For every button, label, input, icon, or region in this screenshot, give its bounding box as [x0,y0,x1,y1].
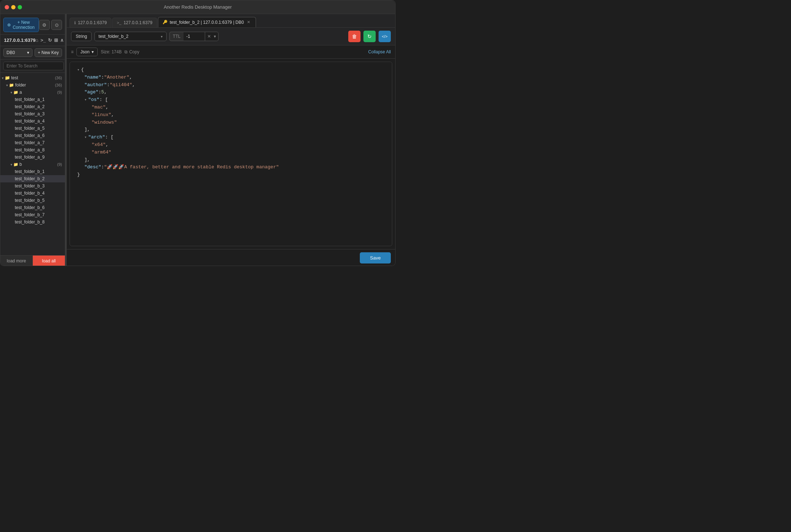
db-selector-row: DB0 ▾ + New Key [0,46,65,59]
search-row: ⌕ ▦ [0,59,65,73]
list-item[interactable]: test_folder_a_9 [0,154,65,161]
ttl-input[interactable] [184,32,205,41]
tree-count-test: (36) [55,76,62,80]
list-item[interactable]: test_folder_b_6 [0,204,65,211]
sidebar-header-icons: ⚙ ⊙ [39,20,62,30]
json-line: ], [77,126,385,134]
tab-key-label: test_folder_b_2 | 127.0.0.1:6379 | DB0 [170,20,244,25]
collapse-icon[interactable]: ▾ [77,67,80,74]
db-selector[interactable]: DB0 ▾ [3,48,32,57]
close-button[interactable] [5,5,9,9]
collapse-icon[interactable]: ∧ [60,37,64,43]
list-item[interactable]: test_folder_a_8 [0,146,65,154]
json-line: "x64" , [77,141,385,149]
tree-item-a[interactable]: ▾ 📁 a (9) [0,89,65,96]
list-item[interactable]: test_folder_b_7 [0,211,65,218]
list-item[interactable]: test_folder_b_8 [0,218,65,226]
history-icon: ⊙ [55,22,59,28]
key-type-button[interactable]: String [71,32,92,41]
list-item[interactable]: test_folder_b_4 [0,190,65,197]
json-line: "windows" [77,119,385,127]
ttl-actions: ✕ ▾ [205,32,218,41]
tab-terminal[interactable]: >_ 127.0.0.1:6379 [112,18,157,27]
tree-item-b[interactable]: ▾ 📁 b (9) [0,161,65,168]
list-item[interactable]: test_folder_a_4 [0,118,65,125]
tree-item-test[interactable]: ▾ 📁 test (36) [0,74,65,81]
settings-icon: ⚙ [42,22,47,28]
collapse-os-icon[interactable]: ▾ [84,97,87,103]
new-key-label: + New Key [38,50,59,55]
collapse-arch-icon[interactable]: ▾ [84,134,87,141]
sidebar-footer: load more load all [0,255,65,266]
chevron-a: ▾ [10,90,12,94]
ttl-group: TTL ✕ ▾ [169,32,218,41]
list-item-selected[interactable]: test_folder_b_2 [0,175,65,182]
json-line: ], [77,156,385,164]
refresh-button[interactable]: ↻ [363,31,376,42]
refresh-icon: ↻ [367,34,372,39]
tree-label-a: a [19,90,22,95]
list-item[interactable]: test_folder_a_6 [0,132,65,139]
list-item[interactable]: test_folder_b_1 [0,168,65,175]
list-item[interactable]: test_folder_a_5 [0,125,65,132]
json-line: ▾ "arch" : [ [77,134,385,141]
tree-count-b: (9) [57,162,62,167]
list-item[interactable]: test_folder_b_5 [0,197,65,204]
list-item[interactable]: test_folder_a_2 [0,103,65,110]
home-icon[interactable]: ⌂ [35,37,38,43]
json-line: "mac" , [77,104,385,111]
list-item[interactable]: test_folder_a_7 [0,139,65,146]
json-line: "name" : "Another" , [77,74,385,81]
tabs-bar: ℹ 127.0.0.1:6379 >_ 127.0.0.1:6379 🔑 tes… [67,14,395,28]
chevron-b: ▾ [10,163,12,167]
traffic-lights [5,5,22,9]
connection-label: 127.0.0.1:6379 ⌂ >_ ↻ ⊞ ∧ [0,35,65,46]
list-item[interactable]: test_folder_a_1 [0,96,65,103]
key-name-input[interactable]: test_folder_b_2 ▾ [94,32,167,41]
copy-button[interactable]: ⧉ Copy [124,49,139,54]
search-input[interactable] [3,62,64,70]
terminal-icon[interactable]: >_ [40,37,46,43]
main-content: ℹ 127.0.0.1:6379 >_ 127.0.0.1:6379 🔑 tes… [67,14,395,266]
list-item[interactable]: test_folder_b_3 [0,182,65,190]
refresh-icon[interactable]: ↻ [48,37,52,43]
tab-info-label: 127.0.0.1:6379 [78,20,107,25]
sidebar: ⊕ + New Connection ⚙ ⊙ 127.0.0.1:6379 ⌂ … [0,14,65,266]
history-button[interactable]: ⊙ [51,20,62,30]
json-line: "desc" : "🚀🚀🚀A faster, better and more s… [77,164,385,171]
maximize-button[interactable] [18,5,22,9]
list-item[interactable]: test_folder_a_3 [0,110,65,118]
copy-label: Copy [129,49,139,54]
ttl-dropdown-button[interactable]: ▾ [213,33,217,40]
new-key-button[interactable]: + New Key [35,48,62,57]
titlebar: Another Redis Desktop Manager [0,0,395,14]
collapse-all-button[interactable]: Collapse All [368,49,391,54]
delete-button[interactable]: 🗑 [348,31,361,42]
json-line: "arm64" [77,149,385,156]
settings-button[interactable]: ⚙ [39,20,50,30]
folder-icon-test: 📁 [5,75,10,80]
tab-key[interactable]: 🔑 test_folder_b_2 | 127.0.0.1:6379 | DB0… [158,17,256,27]
tree-count-folder: (36) [55,83,62,87]
minimize-button[interactable] [11,5,16,9]
ttl-clear-button[interactable]: ✕ [207,33,212,40]
tree-label-folder: folder [15,83,26,88]
tree-item-folder[interactable]: ▾ 📁 folder (36) [0,81,65,89]
json-line: } [77,171,385,179]
chevron-folder: ▾ [6,83,8,87]
code-icon: </> [382,34,388,39]
format-selector[interactable]: Json ▾ [76,48,98,56]
grid-icon[interactable]: ⊞ [54,37,58,43]
tab-info[interactable]: ℹ 127.0.0.1:6379 [70,18,111,27]
code-button[interactable]: </> [379,31,391,42]
save-button[interactable]: Save [360,252,391,263]
new-connection-button[interactable]: ⊕ + New Connection [3,18,39,32]
tree-label-b: b [19,162,22,167]
load-more-button[interactable]: load more [0,256,33,266]
key-name-arrow: ▾ [161,35,163,39]
folder-icon-folder: 📁 [9,83,14,88]
tab-close-button[interactable]: ✕ [246,19,251,25]
app-body: ⊕ + New Connection ⚙ ⊙ 127.0.0.1:6379 ⌂ … [0,14,395,266]
plus-icon: ⊕ [7,22,11,27]
load-all-button[interactable]: load all [33,256,65,266]
